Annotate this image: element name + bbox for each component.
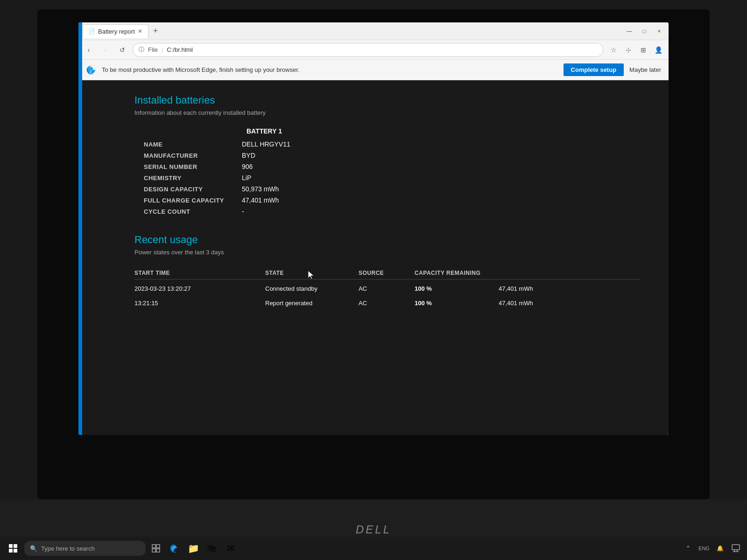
screen-bezel: 📄 Battery report ✕ + — □ × ‹ › ↺ [37, 9, 710, 499]
usage-rows: 2023-03-23 13:20:27 Connected standby AC… [134, 281, 641, 310]
usage-start-time-1: 13:21:15 [134, 300, 265, 307]
notifications-icon[interactable]: 🔔 [712, 541, 727, 556]
search-icon: 🔍 [30, 545, 37, 552]
col-header-start-time: START TIME [134, 270, 265, 276]
taskbar-search[interactable]: 🔍 Type here to search [24, 541, 146, 556]
battery-label-4: DESIGN CAPACITY [144, 186, 242, 193]
reload-button[interactable]: ↺ [116, 43, 129, 56]
battery-value-3: LiP [242, 174, 251, 182]
start-icon [9, 544, 17, 553]
installed-batteries-subtitle: Information about each currently install… [134, 109, 641, 116]
start-icon-sq3 [9, 549, 13, 553]
start-icon-sq4 [14, 549, 17, 553]
address-url: C:/br.html [167, 46, 193, 53]
toolbar-icons: ☆ ⊹ ⊞ 👤 [607, 43, 665, 56]
browser-toolbar: ‹ › ↺ ⓘ File | C:/br.html ☆ ⊹ ⊞ 👤 [78, 40, 669, 60]
edge-icon [169, 543, 180, 553]
left-accent-bar [78, 80, 82, 435]
dell-logo: DELL [356, 523, 391, 536]
address-bar[interactable]: ⓘ File | C:/br.html [133, 43, 603, 57]
window-controls: — □ × [624, 26, 665, 37]
battery-label-1: MANUFACTURER [144, 152, 242, 159]
show-desktop-button[interactable] [728, 541, 743, 556]
edge-taskbar-icon[interactable] [166, 540, 183, 557]
usage-capacity-mwh-1: 47,401 mWh [499, 300, 583, 307]
col-header-source: SOURCE [359, 270, 415, 276]
svg-rect-1 [156, 545, 160, 548]
recent-usage-title: Recent usage [134, 234, 641, 246]
back-button[interactable]: ‹ [82, 43, 95, 56]
show-desktop-icon [731, 544, 740, 553]
battery-value-4: 50,973 mWh [242, 185, 279, 193]
taskbar: 🔍 Type here to search 📁 🛍 ✉ ⌃ ENG 🔔 [0, 537, 747, 560]
maximize-button[interactable]: □ [639, 26, 650, 37]
browser-tab[interactable]: 📄 Battery report ✕ [82, 24, 148, 38]
battery-label-3: CHEMISTRY [144, 175, 242, 182]
forward-button[interactable]: › [99, 43, 112, 56]
usage-table: START TIME STATE SOURCE CAPACITY REMAINI… [134, 267, 641, 310]
usage-data-row: 13:21:15 Report generated AC 100 % 47,40… [134, 296, 641, 310]
svg-rect-3 [156, 549, 160, 552]
tab-page-icon: 📄 [88, 28, 95, 35]
close-button[interactable]: × [654, 26, 665, 37]
svg-rect-0 [152, 545, 155, 548]
installed-batteries-section: Installed batteries Information about ea… [134, 94, 641, 215]
battery-rows: NAME DELL HRGYV11 MANUFACTURER BYD SERIA… [144, 140, 641, 215]
installed-batteries-title: Installed batteries [134, 94, 641, 106]
battery-value-6: - [242, 208, 244, 215]
edge-notification-bar: To be most productive with Microsoft Edg… [78, 60, 669, 80]
usage-capacity-pct-0: 100 % [415, 285, 499, 292]
usage-source-0: AC [359, 285, 415, 292]
task-view-button[interactable] [148, 540, 164, 557]
address-protocol: File [148, 46, 158, 53]
usage-start-time-0: 2023-03-23 13:20:27 [134, 285, 265, 292]
minimize-button[interactable]: — [624, 26, 635, 37]
store-taskbar-icon[interactable]: 🛍 [204, 540, 220, 557]
keyboard-layout-icon[interactable]: ENG [697, 541, 712, 556]
battery-row: SERIAL NUMBER 906 [144, 163, 641, 170]
battery-table: BATTERY 1 NAME DELL HRGYV11 MANUFACTURER… [144, 127, 641, 215]
battery-value-1: BYD [242, 152, 255, 159]
col-header-state: STATE [265, 270, 359, 276]
battery-row: CHEMISTRY LiP [144, 174, 641, 182]
search-bar-placeholder: Type here to search [41, 545, 95, 552]
battery-value-2: 906 [242, 163, 253, 170]
battery-label-2: SERIAL NUMBER [144, 163, 242, 170]
page-content: Installed batteries Information about ea… [78, 80, 669, 435]
tab-area: 📄 Battery report ✕ + [82, 24, 620, 38]
edge-notification-text: To be most productive with Microsoft Edg… [102, 66, 558, 73]
usage-state-0: Connected standby [265, 285, 359, 292]
battery-row: DESIGN CAPACITY 50,973 mWh [144, 185, 641, 193]
mail-taskbar-icon[interactable]: ✉ [222, 540, 239, 557]
battery-row: NAME DELL HRGYV11 [144, 140, 641, 148]
profile-icon[interactable]: 👤 [652, 43, 665, 56]
system-tray: ⌃ ENG 🔔 [681, 541, 743, 556]
col-header-capacity-mwh [499, 270, 583, 276]
recent-usage-subtitle: Power states over the last 3 days [134, 249, 641, 256]
start-icon-sq2 [14, 544, 17, 548]
battery-value-5: 47,401 mWh [242, 196, 279, 204]
tab-title: Battery report [98, 28, 135, 35]
usage-table-header: START TIME STATE SOURCE CAPACITY REMAINI… [134, 267, 641, 280]
browser-extensions-icon[interactable]: ⊞ [637, 43, 650, 56]
address-protocol-icon: ⓘ [139, 46, 144, 54]
browser-window: 📄 Battery report ✕ + — □ × ‹ › ↺ [78, 22, 669, 435]
address-separator: | [162, 46, 163, 53]
svg-rect-2 [152, 549, 155, 552]
maybe-later-button[interactable]: Maybe later [629, 66, 661, 73]
usage-source-1: AC [359, 300, 415, 307]
complete-setup-button[interactable]: Complete setup [564, 63, 624, 76]
start-icon-sq1 [9, 544, 13, 548]
usage-capacity-mwh-0: 47,401 mWh [499, 285, 583, 292]
new-tab-button[interactable]: + [150, 25, 161, 37]
show-hidden-icons[interactable]: ⌃ [681, 541, 696, 556]
usage-data-row: 2023-03-23 13:20:27 Connected standby AC… [134, 281, 641, 296]
favorites-icon[interactable]: ☆ [607, 43, 620, 56]
battery-label-5: FULL CHARGE CAPACITY [144, 197, 242, 204]
start-button[interactable] [4, 539, 22, 558]
page-content-inner: Installed batteries Information about ea… [134, 94, 641, 310]
file-explorer-taskbar-icon[interactable]: 📁 [185, 540, 202, 557]
collections-icon[interactable]: ⊹ [622, 43, 635, 56]
tab-close-button[interactable]: ✕ [138, 28, 142, 35]
svg-rect-4 [732, 545, 740, 550]
